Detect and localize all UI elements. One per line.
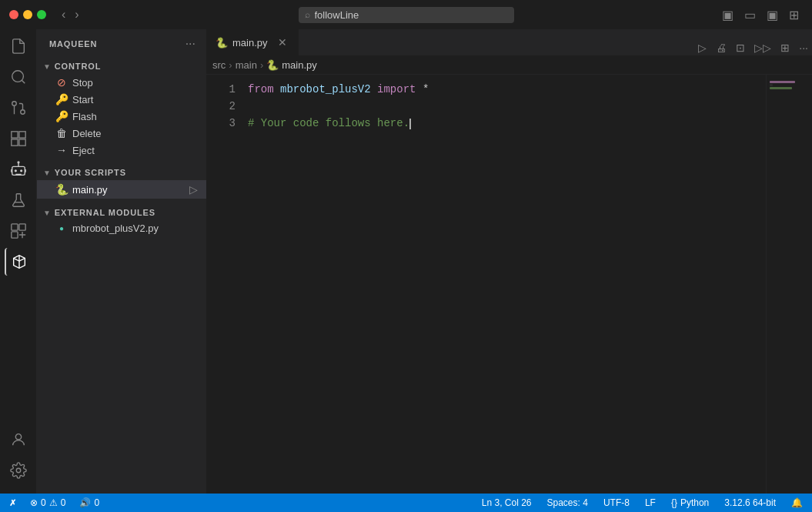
language-status[interactable]: {} Python — [668, 497, 712, 508]
panel-toggle-button[interactable]: ▭ — [740, 5, 760, 25]
eject-label: Eject — [72, 145, 95, 156]
errors-status[interactable]: ⊗ 0 ⚠ 0 — [27, 497, 69, 508]
chevron-down-icon: ▼ — [43, 169, 52, 177]
svg-line-1 — [22, 80, 25, 83]
print-button[interactable]: 🖨 — [712, 40, 730, 55]
activity-bar-item-search[interactable] — [5, 63, 32, 91]
svg-rect-5 — [11, 132, 17, 138]
status-bar-left: ✗ ⊗ 0 ⚠ 0 🔊 0 — [6, 497, 102, 508]
svg-point-17 — [15, 434, 21, 440]
tab-close-button[interactable]: ✕ — [276, 35, 289, 49]
language-text: Python — [680, 497, 709, 508]
activity-bar-bottom — [5, 426, 32, 494]
python-version-status[interactable]: 3.12.6 64-bit — [721, 497, 779, 508]
line-ending-status[interactable]: LF — [642, 497, 659, 508]
more-actions-button[interactable]: ··· — [795, 40, 812, 55]
sidebar-item-delete[interactable]: 🗑 Delete — [37, 125, 206, 142]
svg-rect-16 — [11, 232, 17, 238]
xmark-status[interactable]: ✗ — [6, 498, 19, 508]
position-status[interactable]: Ln 3, Col 26 — [479, 497, 535, 508]
status-bar: ✗ ⊗ 0 ⚠ 0 🔊 0 Ln 3, Col 26 Spaces: 4 UTF… — [0, 494, 812, 512]
minimap — [766, 75, 804, 494]
search-bar[interactable]: ⌕ — [299, 7, 514, 23]
split-button[interactable]: ⊡ — [732, 40, 749, 55]
search-icon: ⌕ — [305, 9, 310, 20]
run-all-button[interactable]: ▷▷ — [750, 40, 775, 55]
maximize-button[interactable] — [37, 10, 46, 19]
line-ending-text: LF — [645, 497, 656, 508]
svg-point-11 — [15, 170, 16, 172]
scrollbar[interactable] — [804, 75, 812, 494]
code-editor[interactable]: 1 2 3 from mbrobot_plusV2 import * # You… — [206, 75, 812, 494]
warnings-count: 0 — [61, 497, 66, 508]
control-section-header[interactable]: ▼ CONTROL — [37, 59, 206, 74]
position-text: Ln 3, Col 26 — [482, 497, 532, 508]
sidebar-item-flash[interactable]: 🔑 Flash — [37, 108, 206, 125]
key-icon: 🔑 — [55, 93, 68, 105]
activity-bar-item-account[interactable] — [5, 426, 32, 453]
spaces-status[interactable]: Spaces: 4 — [544, 497, 591, 508]
minimize-button[interactable] — [23, 10, 32, 19]
bell-status[interactable]: 🔔 — [788, 497, 806, 508]
activity-bar-item-coat[interactable] — [5, 248, 32, 276]
sidebar-item-mbrobot[interactable]: ● mbrobot_plusV2.py — [37, 220, 206, 236]
forward-button[interactable]: › — [72, 6, 82, 23]
errors-count: 0 — [41, 497, 46, 508]
line-numbers: 1 2 3 — [206, 75, 245, 494]
encoding-text: UTF-8 — [603, 497, 630, 508]
run-button[interactable]: ▷ — [694, 40, 710, 55]
code-line-3: # Your code follows here. — [245, 115, 766, 132]
antenna-icon: 🔊 — [79, 497, 91, 508]
sidebar-item-eject[interactable]: → Eject — [37, 142, 206, 159]
sidebar-item-start[interactable]: 🔑 Start — [37, 91, 206, 108]
control-section-label: CONTROL — [55, 62, 102, 71]
language-braces: {} — [671, 497, 677, 508]
bell-icon: 🔔 — [791, 497, 803, 508]
activity-bar-item-explorer[interactable] — [5, 32, 32, 60]
sidebar-more-button[interactable]: ··· — [184, 35, 197, 52]
code-line-1: from mbrobot_plusV2 import * — [245, 81, 766, 98]
sidebar: MAQUEEN ··· ▼ CONTROL ⊘ Stop 🔑 Start 🔑 F… — [37, 29, 206, 494]
breadcrumb-src[interactable]: src — [212, 59, 226, 71]
breadcrumb: src › main › 🐍 main.py — [212, 59, 317, 71]
auxiliary-bar-button[interactable]: ▣ — [763, 5, 782, 25]
tab-bar-actions: ▷ 🖨 ⊡ ▷▷ ⊞ ··· — [694, 40, 812, 55]
branch-icon: ✗ — [9, 498, 16, 508]
sidebar-toggle-button[interactable]: ▣ — [718, 5, 737, 25]
breadcrumb-filename[interactable]: main.py — [282, 59, 317, 71]
encoding-status[interactable]: UTF-8 — [600, 497, 633, 508]
sidebar-item-stop[interactable]: ⊘ Stop — [37, 74, 206, 91]
svg-point-2 — [20, 110, 25, 115]
svg-rect-6 — [18, 132, 25, 138]
info-status[interactable]: 🔊 0 — [76, 497, 102, 508]
activity-bar — [0, 29, 37, 494]
activity-bar-item-source-control[interactable] — [5, 94, 32, 122]
svg-rect-14 — [11, 224, 17, 230]
line-number-3: 3 — [206, 115, 236, 132]
layout-editor-button[interactable]: ⊞ — [777, 40, 794, 55]
tab-main-py[interactable]: 🐍 main.py ✕ — [206, 29, 299, 55]
layout-button[interactable]: ⊞ — [785, 5, 803, 25]
titlebar: ‹ › ⌕ ▣ ▭ ▣ ⊞ — [0, 0, 812, 29]
modules-section-header[interactable]: ▼ EXTERNAL MODULES — [37, 205, 206, 220]
line-number-1: 1 — [206, 81, 236, 98]
back-button[interactable]: ‹ — [58, 6, 69, 23]
line-number-2: 2 — [206, 98, 236, 115]
tab-label: main.py — [232, 37, 268, 49]
activity-bar-item-settings[interactable] — [5, 457, 32, 484]
breadcrumb-main[interactable]: main — [236, 59, 257, 71]
stop-icon: ⊘ — [55, 76, 68, 89]
code-line-2 — [245, 98, 766, 115]
activity-bar-item-extensions[interactable] — [5, 125, 32, 152]
code-content[interactable]: from mbrobot_plusV2 import * # Your code… — [245, 75, 766, 494]
sidebar-item-main-py[interactable]: 🐍 main.py ▷ — [37, 180, 206, 199]
search-input[interactable] — [315, 9, 508, 21]
svg-point-3 — [12, 102, 16, 106]
run-script-button[interactable]: ▷ — [187, 182, 200, 196]
scripts-section-header[interactable]: ▼ YOUR SCRIPTS — [37, 165, 206, 180]
activity-bar-item-blocks[interactable] — [5, 217, 32, 245]
activity-bar-item-flask[interactable] — [5, 186, 32, 214]
close-button[interactable] — [9, 10, 18, 19]
activity-bar-item-robot[interactable] — [5, 156, 32, 183]
main-layout: MAQUEEN ··· ▼ CONTROL ⊘ Stop 🔑 Start 🔑 F… — [0, 29, 812, 494]
